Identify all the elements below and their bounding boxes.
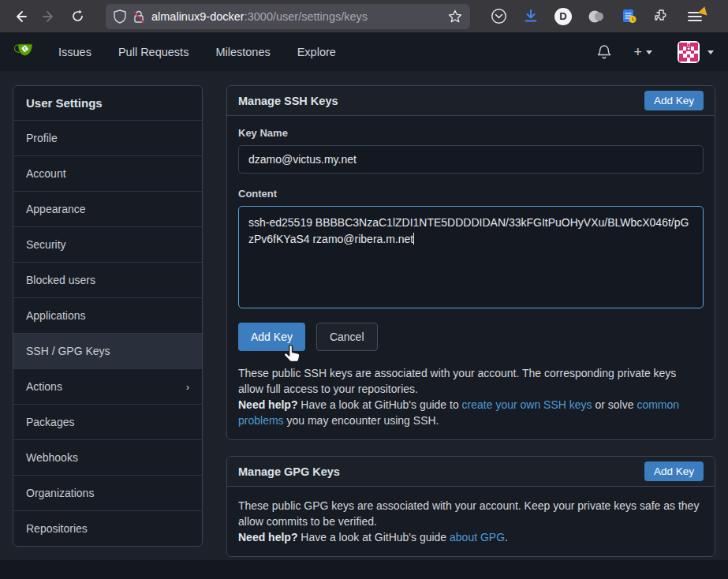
create-ssh-keys-link[interactable]: create your own SSH keys [462,398,592,411]
reload-button[interactable] [65,5,90,28]
gpg-panel-header: Manage GPG Keys Add Key [227,457,715,487]
main-column: Manage SSH Keys Add Key Key Name Content… [226,85,715,557]
create-new-button[interactable]: + [633,44,652,61]
sidebar-item-actions[interactable]: Actions› [13,368,202,404]
key-name-input[interactable] [238,145,704,174]
d-extension-icon[interactable]: D [554,8,572,25]
insecure-lock-icon[interactable] [133,9,145,24]
url-bar[interactable]: almalinux9-docker:3000/user/settings/key… [106,4,470,29]
sidebar-item-packages[interactable]: Packages [13,404,202,439]
sidebar-item-applications[interactable]: Applications [13,297,202,333]
ssh-help-text: These public SSH keys are associated wit… [238,365,704,428]
ssh-panel-body: Key Name Content ssh-ed25519 BBBBC3NzaC1… [227,116,715,439]
notes-extension-icon[interactable] [621,8,637,24]
tracking-shield-icon[interactable] [114,9,126,24]
gpg-panel-title: Manage GPG Keys [238,465,340,478]
url-host: almalinux9-docker [151,10,245,23]
url-path: :3000/user/settings/keys [245,10,368,23]
ssh-panel-title: Manage SSH Keys [238,95,338,107]
notifications-bell-icon[interactable] [597,44,611,60]
nav-pull-requests[interactable]: Pull Requests [118,46,189,58]
user-menu-chevron-icon[interactable] [707,50,714,54]
browser-toolbar: almalinux9-docker:3000/user/settings/key… [0,0,728,33]
url-text: almalinux9-docker:3000/user/settings/key… [151,10,442,23]
add-key-submit-button[interactable]: Add Key [238,323,305,351]
gpg-keys-panel: Manage GPG Keys Add Key These public GPG… [226,456,715,557]
sidebar-item-security[interactable]: Security [13,226,202,262]
sidebar-item-ssh-gpg-keys[interactable]: SSH / GPG Keys [13,333,202,368]
gpg-panel-body: These public GPG keys are associated wit… [227,487,715,556]
ssh-key-content-textarea[interactable]: ssh-ed25519 BBBBC3NzaC1lZDI1NTE5DDDDIDAN… [238,206,704,308]
text-caret [413,233,414,245]
forward-button[interactable] [36,5,62,28]
sidebar-item-webhooks[interactable]: Webhooks [13,439,202,475]
sidebar-item-profile[interactable]: Profile [13,120,202,155]
nav-explore[interactable]: Explore [297,46,336,58]
sidebar-item-account[interactable]: Account [13,155,202,191]
about-gpg-link[interactable]: about GPG [450,531,505,544]
chevron-down-icon [646,50,652,54]
ssh-panel-header: Manage SSH Keys Add Key [227,86,715,116]
nav-milestones[interactable]: Milestones [215,46,270,58]
bookmark-star-icon[interactable] [448,9,462,24]
avatar[interactable] [678,41,700,63]
sidebar-item-blocked-users[interactable]: Blocked users [13,262,202,297]
nav-issues[interactable]: Issues [58,46,91,58]
footer-band [0,560,728,579]
gpg-add-key-header-button[interactable]: Add Key [644,461,704,481]
ssh-keys-panel: Manage SSH Keys Add Key Key Name Content… [226,85,715,440]
plus-icon: + [633,44,642,61]
gray-extension-icon[interactable] [588,8,605,25]
settings-sidebar: User Settings Profile Account Appearance… [13,85,203,547]
sidebar-title: User Settings [13,86,202,120]
update-badge-icon [698,5,709,15]
key-name-label: Key Name [238,127,704,139]
page-content: User Settings Profile Account Appearance… [0,71,728,557]
back-button[interactable] [8,5,33,28]
chevron-right-icon: › [186,381,189,393]
extension-icons: D [491,8,670,25]
menu-button[interactable] [687,9,703,24]
gitea-logo-icon[interactable] [14,40,38,64]
cancel-button[interactable]: Cancel [316,323,378,351]
app-navbar: Issues Pull Requests Milestones Explore … [0,33,728,71]
content-label: Content [238,188,704,200]
sidebar-item-organizations[interactable]: Organizations [13,475,202,510]
gpg-help-text: These public GPG keys are associated wit… [238,498,704,545]
extensions-puzzle-icon[interactable] [653,8,670,24]
pocket-extension-icon[interactable] [491,8,507,24]
sidebar-item-repositories[interactable]: Repositories [13,510,202,546]
sidebar-item-appearance[interactable]: Appearance [13,191,202,226]
download-icon[interactable] [523,9,539,24]
ssh-add-key-header-button[interactable]: Add Key [644,91,704,110]
